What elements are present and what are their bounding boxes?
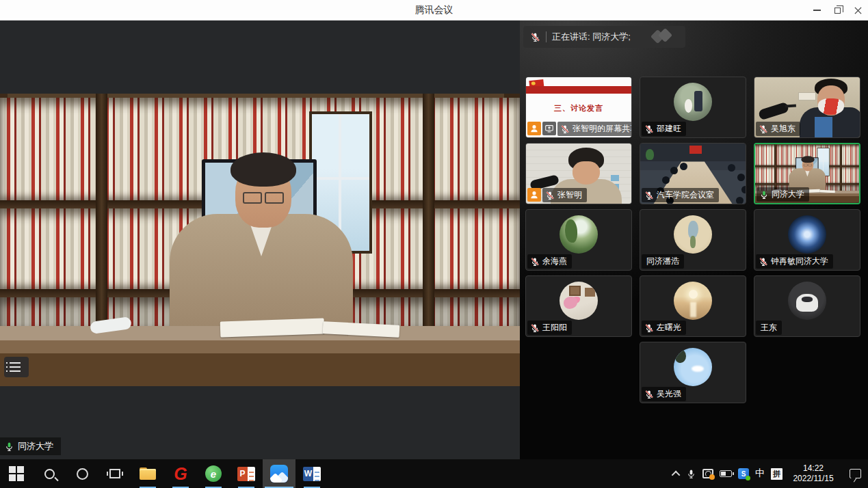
mic-muted-icon — [530, 257, 540, 267]
tile-tongjipanhao[interactable]: 同济潘浩 — [640, 209, 746, 271]
participant-name-label: 张智明的屏幕共享 — [557, 122, 632, 136]
chevron-up-icon — [672, 470, 681, 479]
word-button[interactable]: W — [295, 459, 328, 488]
participants-panel: 正在讲话: 同济大学; 三、讨论发言 张智明的屏幕共享 — [520, 21, 868, 459]
battery-icon — [720, 470, 732, 477]
avatar — [674, 215, 712, 254]
search-icon — [44, 469, 55, 479]
participant-name-label: 王东 — [756, 321, 782, 335]
system-tray: S 中 拼 14:22 2022/11/15 — [674, 459, 868, 488]
g-browser-button[interactable]: G — [164, 459, 197, 488]
mic-muted-icon — [644, 323, 654, 333]
browser-360-button[interactable]: e — [197, 459, 230, 488]
restore-button[interactable] — [827, 0, 847, 21]
microphone-icon — [686, 469, 696, 479]
close-button[interactable] — [847, 0, 868, 21]
tile-wangyangyang[interactable]: 王阳阳 — [525, 275, 632, 337]
avatar — [674, 282, 712, 320]
taskbar-clock[interactable]: 14:22 2022/11/15 — [789, 463, 838, 484]
tile-zuoshuguang[interactable]: 左曙光 — [640, 275, 746, 337]
mic-muted-icon — [644, 191, 654, 200]
ime-pinyin-badge[interactable]: 拼 — [771, 468, 782, 480]
tray-expand-button[interactable] — [674, 471, 680, 477]
action-center-icon — [850, 469, 861, 478]
start-button[interactable] — [0, 459, 33, 488]
participant-name-label: 王阳阳 — [527, 321, 572, 335]
mic-muted-icon — [644, 124, 654, 134]
taskbar-apps: G e P W — [0, 459, 328, 488]
tencent-meeting-button[interactable] — [263, 459, 295, 488]
avatar — [674, 348, 712, 386]
mic-active-icon — [759, 190, 769, 200]
mic-muted-icon — [644, 390, 654, 399]
user-badge-icon — [527, 122, 541, 135]
tray-battery-button[interactable] — [720, 470, 732, 477]
avatar — [560, 282, 598, 320]
tile-wangdong[interactable]: 王东 — [754, 275, 860, 337]
windows-logo-icon — [9, 466, 24, 481]
screen-share-badge-icon — [542, 122, 556, 135]
powerpoint-button[interactable]: P — [230, 459, 263, 488]
participant-name-label: 汽车学院会议室 — [642, 188, 719, 202]
cortana-button[interactable] — [66, 459, 98, 488]
clock-time: 14:22 — [789, 463, 838, 474]
participant-name-label: 吴光强 — [642, 387, 686, 401]
mic-muted-icon — [545, 191, 555, 200]
speaking-banner: 正在讲话: 同济大学; — [523, 26, 685, 48]
tile-wuguangqiang[interactable]: 吴光强 — [640, 342, 746, 403]
sogou-input-icon: S — [738, 468, 749, 479]
meeting-logo-watermark-icon — [648, 29, 680, 44]
participant-name-label: 余海燕 — [527, 254, 572, 269]
mic-muted-icon — [759, 257, 768, 267]
participant-name-label: 左曙光 — [642, 321, 686, 335]
mic-active-icon — [4, 442, 14, 452]
file-explorer-icon — [140, 467, 156, 480]
tray-sogou-input-button[interactable]: S — [738, 468, 749, 479]
mic-muted-icon — [530, 323, 540, 333]
window-title: 腾讯会议 — [0, 4, 868, 16]
browser-360-icon: e — [205, 465, 222, 482]
user-badge-icon — [527, 188, 541, 202]
clock-date: 2022/11/15 — [789, 474, 838, 484]
layout-list-button[interactable] — [4, 357, 29, 377]
mic-muted-icon — [530, 32, 540, 42]
tile-yuhaiyan[interactable]: 余海燕 — [525, 209, 632, 271]
language-indicator[interactable]: 中 — [755, 467, 765, 480]
participant-name-label: 同济潘浩 — [642, 254, 684, 269]
task-view-button[interactable] — [98, 459, 131, 488]
tencent-meeting-icon — [270, 465, 288, 483]
main-video-stage[interactable]: 同济大学 — [0, 21, 520, 459]
tile-zhangzhiming[interactable]: 张智明 — [525, 143, 632, 204]
tile-shaojianwang[interactable]: 邵建旺 — [640, 77, 746, 138]
title-bar: 腾讯会议 — [0, 0, 868, 21]
avatar — [788, 215, 826, 254]
banner-divider — [546, 31, 547, 42]
speaking-text: 正在讲话: 同济大学; — [552, 31, 631, 43]
participant-name-label: 同济大学 — [757, 187, 809, 202]
windows-taskbar: G e P W S 中 拼 14:22 2022/11/15 — [0, 459, 868, 488]
g-browser-icon: G — [174, 465, 187, 483]
file-explorer-button[interactable] — [131, 459, 164, 488]
sync-display-icon — [702, 469, 713, 478]
tencent-meeting-window: 腾讯会议 同济大学 正在讲话: 同济大学; — [0, 0, 868, 488]
action-center-button[interactable] — [844, 469, 861, 478]
main-video-feed — [0, 94, 520, 386]
word-icon: W — [303, 467, 321, 481]
tray-sync-display-button[interactable] — [702, 469, 713, 478]
powerpoint-icon: P — [237, 467, 255, 481]
avatar — [560, 215, 598, 254]
cortana-icon — [77, 468, 88, 480]
tile-zhongzaimin[interactable]: 钟再敏同济大学 — [754, 209, 860, 271]
tile-wuxudong[interactable]: 吴旭东 — [754, 77, 860, 138]
mic-muted-icon — [560, 124, 570, 134]
slide-title: 三、讨论发言 — [526, 103, 631, 113]
tile-meeting-room[interactable]: 汽车学院会议室 — [640, 143, 746, 204]
search-button[interactable] — [33, 459, 66, 488]
tile-screenshare-zhangzhiming[interactable]: 三、讨论发言 张智明的屏幕共享 — [525, 77, 632, 138]
task-view-icon — [109, 469, 120, 478]
mic-muted-icon — [759, 124, 768, 134]
tile-tongji-university[interactable]: 同济大学 — [754, 143, 860, 204]
avatar — [674, 83, 712, 121]
tray-microphone-button[interactable] — [686, 469, 696, 479]
minimize-button[interactable] — [806, 0, 827, 21]
